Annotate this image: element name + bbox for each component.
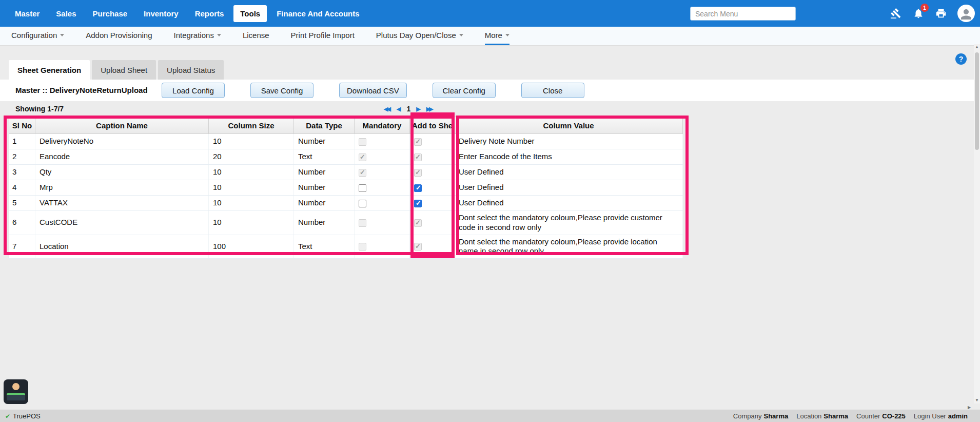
toolbar-button[interactable]: Load Config [162, 83, 225, 98]
cell-column-size: 10 [209, 134, 294, 149]
toolbar-button[interactable]: Download CSV [339, 83, 407, 98]
subnav-item[interactable]: Addon Provisioning [86, 27, 152, 45]
table-row: 4 Mrp 10 Number User Defined [9, 180, 683, 196]
subnav-item-label: Addon Provisioning [86, 31, 152, 40]
brand-name: TruePOS [13, 412, 41, 420]
topnav-item[interactable]: Tools [233, 5, 267, 22]
mandatory-checkbox [359, 219, 366, 227]
truepos-logo-icon [5, 412, 10, 420]
first-page-icon[interactable] [384, 106, 391, 112]
status-label: Company [733, 412, 762, 420]
toolbar-buttons: Load Config Save Config Download CSV Cle… [162, 83, 584, 98]
cell-caption-name: Qty [35, 165, 209, 180]
toolbar-button[interactable]: Clear Config [433, 83, 496, 98]
chevron-down-icon [60, 34, 64, 36]
subnav-item[interactable]: Configuration [11, 27, 64, 45]
cell-column-size: 10 [209, 196, 294, 211]
topnav-item[interactable]: Reports [188, 5, 231, 22]
tab[interactable]: Upload Sheet [92, 60, 156, 80]
tab-bar: Sheet Generation Upload Sheet Upload Sta… [9, 60, 224, 80]
cell-data-type: Number [294, 134, 355, 149]
printer-icon[interactable] [935, 7, 947, 20]
status-item: LocationSharma [796, 412, 848, 420]
cell-add-to-sheet [410, 196, 455, 211]
top-navigation-bar: Master Sales Purchase Inventory Reports … [0, 0, 980, 27]
vertical-scrollbar[interactable] [974, 44, 980, 404]
cell-mandatory [355, 134, 410, 149]
subnav-item[interactable]: Integrations [174, 27, 221, 45]
column-header: Column Size [209, 117, 294, 134]
scroll-right-icon[interactable] [966, 404, 973, 411]
topnav-item[interactable]: Finance And Accounts [270, 5, 366, 22]
chevron-down-icon [505, 34, 509, 36]
subnav-item[interactable]: Print Profile Import [291, 27, 355, 45]
mandatory-checkbox[interactable] [359, 200, 366, 207]
scrollbar-thumb[interactable] [975, 52, 979, 150]
chevron-down-icon [217, 34, 221, 36]
cell-mandatory [355, 165, 410, 180]
tab[interactable]: Upload Status [158, 60, 224, 80]
status-label: Login User [914, 412, 946, 420]
table-row: 5 VATTAX 10 Number User Defined [9, 196, 683, 211]
scroll-down-icon[interactable] [975, 397, 979, 404]
cell-column-value: User Defined [455, 165, 683, 180]
search-input[interactable] [690, 7, 796, 21]
last-page-icon[interactable] [426, 106, 434, 112]
cell-sl-no: 5 [9, 196, 35, 211]
mandatory-checkbox [359, 169, 366, 177]
prev-page-icon[interactable] [397, 106, 401, 112]
toolbar-button[interactable]: Close [521, 83, 584, 98]
add-to-sheet-checkbox[interactable] [414, 184, 422, 192]
cell-data-type: Text [294, 149, 355, 165]
cell-column-value: User Defined [455, 180, 683, 196]
cell-mandatory [355, 196, 410, 211]
cell-data-type: Number [294, 211, 355, 235]
tab[interactable]: Sheet Generation [9, 60, 90, 80]
topnav-item[interactable]: Sales [49, 5, 83, 22]
cell-add-to-sheet [410, 235, 455, 259]
cell-caption-name: Location [35, 235, 209, 259]
topnav-item[interactable]: Purchase [86, 5, 134, 22]
cell-mandatory [355, 235, 410, 259]
cell-caption-name: Eancode [35, 149, 209, 165]
table-row: 3 Qty 10 Number User Defined [9, 165, 683, 180]
cell-caption-name: VATTAX [35, 196, 209, 211]
column-header: Mandatory [355, 117, 410, 134]
add-to-sheet-checkbox[interactable] [414, 200, 422, 207]
column-header: Add to Sheet [410, 117, 455, 134]
gavel-icon[interactable] [890, 7, 902, 20]
mandatory-checkbox [359, 138, 366, 146]
cell-mandatory [355, 211, 410, 235]
status-bar: TruePOS CompanySharma LocationSharma Cou… [0, 410, 980, 422]
scroll-up-icon[interactable] [975, 44, 979, 50]
add-to-sheet-checkbox [414, 219, 422, 227]
next-page-icon[interactable] [416, 106, 420, 112]
table-row: 7 Location 100 Text Dont select the mand… [9, 235, 683, 259]
topnav-icons: 1 [890, 0, 975, 27]
cell-data-type: Number [294, 180, 355, 196]
help-icon[interactable]: ? [955, 53, 967, 65]
sheet-config-table: Sl No Caption Name Column Size Data Type… [9, 117, 683, 259]
topnav-item[interactable]: Inventory [137, 5, 185, 22]
subnav-item[interactable]: Plutus Day Open/Close [376, 27, 463, 45]
showing-label: Showing 1-7/7 [15, 101, 64, 117]
current-page: 1 [406, 105, 410, 113]
table-row: 2 Eancode 20 Text Enter Eancode of the I… [9, 149, 683, 165]
pagination: 1 [384, 101, 434, 117]
page-title: Master :: DeliveryNoteReturnUpload [15, 80, 148, 101]
cell-add-to-sheet [410, 165, 455, 180]
add-to-sheet-checkbox [414, 243, 422, 251]
mandatory-checkbox[interactable] [359, 184, 366, 192]
subnav-item[interactable]: License [243, 27, 269, 45]
cell-add-to-sheet [410, 180, 455, 196]
subnav-item[interactable]: More [485, 27, 509, 45]
topnav-item[interactable]: Master [8, 5, 46, 22]
cell-column-value: User Defined [455, 196, 683, 211]
cell-sl-no: 1 [9, 134, 35, 149]
bell-icon[interactable]: 1 [912, 7, 925, 20]
column-header: Column Value [455, 117, 683, 134]
avatar[interactable] [957, 5, 975, 22]
add-to-sheet-checkbox [414, 154, 422, 161]
table-row: 1 DeliveryNoteNo 10 Number Delivery Note… [9, 134, 683, 149]
toolbar-button[interactable]: Save Config [250, 83, 313, 98]
